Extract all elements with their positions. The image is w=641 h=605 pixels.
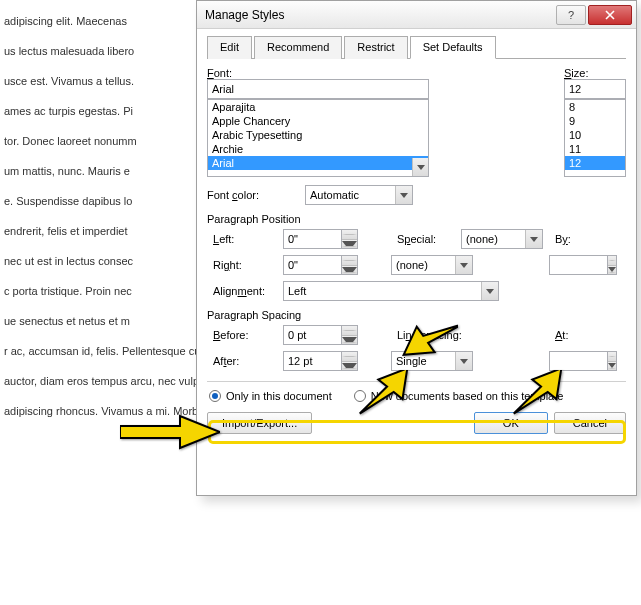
spin-up-icon[interactable] (342, 326, 357, 336)
radio-new-documents[interactable]: New documents based on this template (354, 390, 564, 402)
list-item[interactable]: 12 (565, 156, 625, 170)
tab-recommend[interactable]: Recommend (254, 36, 342, 59)
radio-icon (354, 390, 366, 402)
spin-up-icon[interactable] (608, 352, 616, 362)
font-dropdown-button[interactable] (412, 158, 428, 176)
chevron-down-icon (525, 230, 542, 248)
before-label: Before: (207, 329, 283, 341)
size-input[interactable] (564, 79, 626, 99)
alignment-combo[interactable]: Left (283, 281, 499, 301)
import-export-button[interactable]: Import/Export... (207, 412, 312, 434)
manage-styles-dialog: Manage Styles ? Edit Recommend Restrict … (196, 0, 637, 496)
alignment-label: Alignment: (207, 285, 283, 297)
by-spinner[interactable] (549, 255, 613, 275)
line-spacing-combo[interactable]: Single (391, 351, 473, 371)
after-spinner[interactable] (283, 351, 373, 371)
spin-up-icon[interactable] (342, 230, 357, 240)
at-label: At: (549, 329, 613, 341)
paragraph-position-label: Paragraph Position (207, 213, 626, 225)
line-spacing-label: Line spacing: (391, 329, 461, 341)
right-spinner[interactable] (283, 255, 373, 275)
tab-strip: Edit Recommend Restrict Set Defaults (207, 35, 626, 59)
font-color-label: Font color: (207, 189, 305, 201)
spin-up-icon[interactable] (608, 256, 616, 266)
spin-down-icon[interactable] (608, 266, 616, 275)
size-listbox[interactable]: 8 9 10 11 12 (564, 99, 626, 177)
spin-down-icon[interactable] (342, 240, 357, 249)
font-input[interactable] (207, 79, 429, 99)
radio-icon (209, 390, 221, 402)
spin-down-icon[interactable] (342, 336, 357, 345)
spin-up-icon[interactable] (342, 352, 357, 362)
chevron-down-icon (481, 282, 498, 300)
size-label: Size: (564, 67, 626, 79)
list-item[interactable]: Arabic Typesetting (208, 128, 428, 142)
list-item[interactable]: 8 (565, 100, 625, 114)
special-combo[interactable]: (none) (461, 229, 543, 249)
help-button[interactable]: ? (556, 5, 586, 25)
tab-edit[interactable]: Edit (207, 36, 252, 59)
close-icon (605, 10, 615, 20)
cancel-button[interactable]: Cancel (554, 412, 626, 434)
spin-down-icon[interactable] (608, 362, 616, 371)
ok-button[interactable]: OK (474, 412, 548, 434)
list-item[interactable]: Aparajita (208, 100, 428, 114)
titlebar[interactable]: Manage Styles ? (197, 1, 636, 29)
list-item[interactable]: Archie (208, 142, 428, 156)
tab-set-defaults[interactable]: Set Defaults (410, 36, 496, 59)
chevron-down-icon (395, 186, 412, 204)
spin-down-icon[interactable] (342, 362, 357, 371)
left-spinner[interactable] (283, 229, 373, 249)
by-label: By: (549, 233, 613, 245)
chevron-down-icon (417, 165, 425, 170)
help-icon: ? (568, 9, 574, 21)
tab-restrict[interactable]: Restrict (344, 36, 407, 59)
radio-only-this-document[interactable]: Only in this document (209, 390, 332, 402)
left-label: Left: (207, 233, 283, 245)
right-label: Right: (207, 259, 283, 271)
before-spinner[interactable] (283, 325, 373, 345)
chevron-down-icon (455, 352, 472, 370)
chevron-down-icon (455, 256, 472, 274)
close-button[interactable] (588, 5, 632, 25)
dialog-title: Manage Styles (205, 8, 556, 22)
list-item[interactable]: Apple Chancery (208, 114, 428, 128)
list-item[interactable]: Arial (208, 156, 428, 170)
font-label: Font: (207, 67, 429, 79)
after-label: After: (207, 355, 283, 367)
font-listbox[interactable]: Aparajita Apple Chancery Arabic Typesett… (207, 99, 429, 177)
at-spinner[interactable] (549, 351, 613, 371)
spin-down-icon[interactable] (342, 266, 357, 275)
spin-up-icon[interactable] (342, 256, 357, 266)
special-value-combo[interactable]: (none) (391, 255, 473, 275)
list-item[interactable]: 9 (565, 114, 625, 128)
list-item[interactable]: 10 (565, 128, 625, 142)
font-color-combo[interactable]: Automatic (305, 185, 413, 205)
paragraph-spacing-label: Paragraph Spacing (207, 309, 626, 321)
list-item[interactable]: 11 (565, 142, 625, 156)
special-label: Special: (391, 233, 461, 245)
